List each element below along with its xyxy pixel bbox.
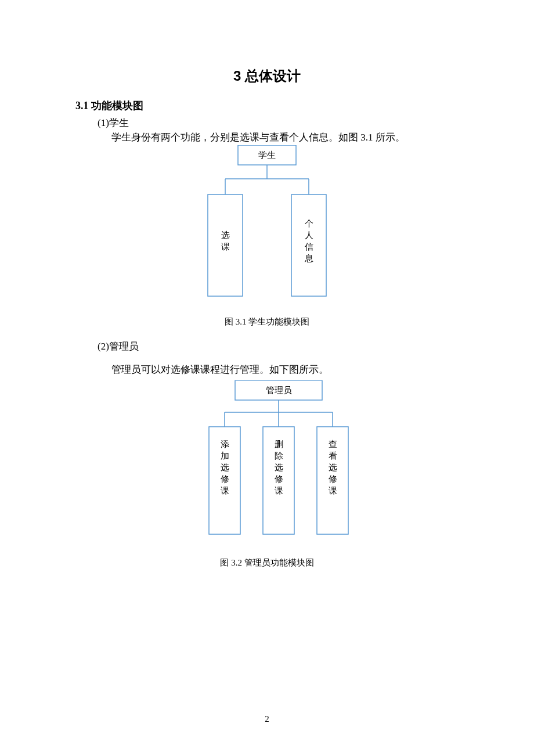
item-2-text: 管理员可以对选修课课程进行管理。如下图所示。 <box>111 363 329 376</box>
d2c1-1: 除 <box>275 451 283 460</box>
d2c0-0: 添 <box>221 440 229 449</box>
item-1-text: 学生身份有两个功能，分别是选课与查看个人信息。如图 3.1 所示。 <box>111 131 405 144</box>
diagram1-child-1-c0: 个 <box>305 219 313 228</box>
d2c1-2: 选 <box>275 463 283 472</box>
d2c0-2: 选 <box>221 463 229 472</box>
diagram1-child-1-c3: 息 <box>304 254 313 263</box>
item-2-label: (2)管理员 <box>98 340 139 353</box>
diagram1-root: 学生 <box>258 150 276 160</box>
caption-figure-3-1: 图 3.1 学生功能模块图 <box>0 316 534 327</box>
d2c2-4: 课 <box>329 486 337 495</box>
document-page: 3 总体设计 3.1 功能模块图 (1)学生 学生身份有两个功能，分别是选课与查… <box>0 0 534 756</box>
page-number: 2 <box>0 714 534 724</box>
d2c2-1: 看 <box>329 451 337 460</box>
diagram1-child-1-c1: 人 <box>305 231 313 240</box>
diagram-student: 学生 选 课 个 人 信 息 <box>192 145 342 308</box>
d2c0-4: 课 <box>221 486 229 495</box>
item-1-label: (1)学生 <box>98 116 129 129</box>
d2c2-2: 选 <box>329 463 337 472</box>
d2c2-3: 修 <box>329 474 337 484</box>
d2c0-1: 加 <box>221 451 229 460</box>
chapter-title: 3 总体设计 <box>0 67 534 85</box>
caption-figure-3-2: 图 3.2 管理员功能模块图 <box>0 557 534 568</box>
d2c0-3: 修 <box>221 474 229 484</box>
d2c1-4: 课 <box>275 486 283 495</box>
d2c2-0: 查 <box>329 440 337 449</box>
diagram2-root: 管理员 <box>266 386 292 395</box>
section-heading-3-1: 3.1 功能模块图 <box>75 99 143 113</box>
diagram-admin: 管理员 添 加 选 修 课 删 除 选 修 课 查 看 选 修 课 <box>197 380 360 549</box>
diagram1-child-1-c2: 信 <box>305 242 313 251</box>
d2c1-0: 删 <box>275 440 283 449</box>
d2c1-3: 修 <box>275 474 283 484</box>
diagram1-child-0-c0: 选 <box>221 231 230 240</box>
diagram1-child-0-c1: 课 <box>221 242 230 251</box>
